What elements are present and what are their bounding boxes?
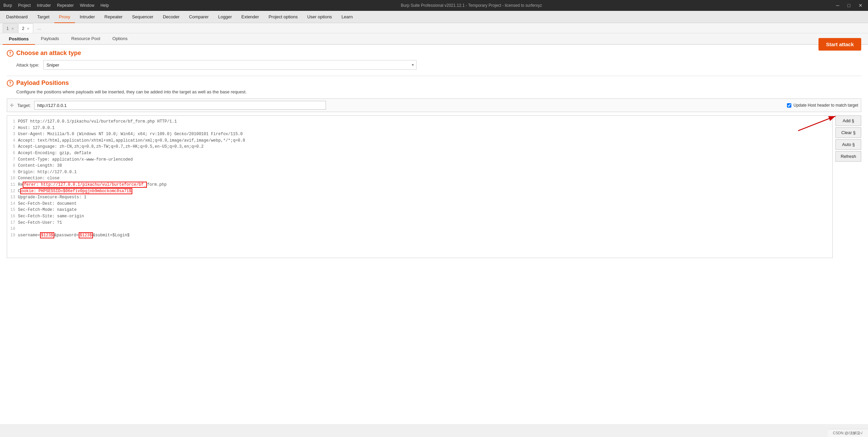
refresh-button[interactable]: Refresh [835, 151, 861, 162]
request-line-17: 17 Sec-Fetch-User: ?1 [8, 220, 831, 226]
tab-repeater[interactable]: Repeater [100, 11, 127, 23]
subtab-options[interactable]: Options [106, 33, 134, 44]
tab-2[interactable]: 2 ✕ [18, 23, 33, 33]
payload-positions-desc: Configure the positions where payloads w… [16, 89, 861, 94]
request-line-8: 8 Content-Length: 38 [8, 163, 831, 169]
side-panel: Add § Clear § Auto § Refresh [835, 115, 861, 258]
request-line-13: 13 Upgrade-Insecure-Requests: 1 [8, 194, 831, 201]
request-line-6: 6 Accept-Encoding: gzip, deflate [8, 150, 831, 157]
window-controls: ─ □ ✕ [834, 3, 865, 8]
menu-window[interactable]: Window [80, 3, 94, 8]
request-line-14: 14 Sec-Fetch-Dest: document [8, 201, 831, 207]
title-bar-menus: Burp Project Intruder Repeater Window He… [3, 3, 109, 8]
start-attack-button[interactable]: Start attack [818, 38, 861, 51]
subtab-positions[interactable]: Positions [3, 33, 35, 45]
subtab-payloads[interactable]: Payloads [35, 33, 65, 44]
auto-section-button[interactable]: Auto § [835, 139, 861, 150]
attack-type-header: ? Choose an attack type [7, 50, 818, 57]
request-line-15: 15 Sec-Fetch-Mode: navigate [8, 207, 831, 213]
target-label: Target: [17, 103, 31, 108]
request-editor[interactable]: 1 POST http://127.0.0.1/pikachu/vul/burt… [7, 115, 833, 258]
menu-project[interactable]: Project [18, 3, 31, 8]
target-input[interactable] [34, 101, 326, 110]
request-line-11: 11 Referer: http://127.0.0.1/pikachu/vul… [8, 182, 831, 188]
attack-type-label: Attack type: [16, 62, 39, 68]
attack-type-select[interactable]: Sniper Battering ram Pitchfork Cluster b… [43, 60, 417, 70]
sub-tab-bar: Positions Payloads Resource Pool Options [0, 33, 868, 45]
request-line-4: 4 Accept: text/html,application/xhtml+xm… [8, 138, 831, 144]
menu-burp[interactable]: Burp [3, 3, 12, 8]
request-line-9: 9 Origin: http://127.0.0.1 [8, 169, 831, 176]
update-host-label: Update Host header to match target [793, 103, 858, 108]
menu-repeater[interactable]: Repeater [57, 3, 74, 8]
tab-user-options[interactable]: User options [303, 11, 337, 23]
menu-intruder[interactable]: Intruder [37, 3, 51, 8]
minimize-button[interactable]: ─ [834, 3, 842, 8]
tab-dashboard[interactable]: Dashboard [1, 11, 33, 23]
tab-decoder[interactable]: Decoder [158, 11, 184, 23]
tab-sequencer[interactable]: Sequencer [127, 11, 158, 23]
request-line-19: 19 username=$123$&password=$123$&submit=… [8, 232, 831, 239]
payload-positions-help-icon[interactable]: ? [7, 80, 14, 87]
request-line-12: 12 Cookie: PHPSESSID=$06efiv0pgjnb9mbock… [8, 188, 831, 195]
attack-type-title: Choose an attack type [16, 50, 81, 57]
highlight-referer: ferer: http://127.0.0.1/pikachu/vul/burt… [23, 182, 147, 188]
main-content: Start attack ? Choose an attack type Att… [0, 45, 868, 424]
tab-1[interactable]: 1 ✕ [3, 23, 18, 33]
subtab-resource-pool[interactable]: Resource Pool [65, 33, 106, 44]
target-row: ✛ Target: Update Host header to match ta… [7, 98, 861, 112]
request-line-10: 10 Connection: close [8, 175, 831, 182]
request-line-18: 18 [8, 226, 831, 232]
request-line-16: 16 Sec-Fetch-Site: same-origin [8, 213, 831, 220]
bottom-bar-text: CSDN @/淡解染√ [833, 431, 863, 436]
menu-bar: Dashboard Target Proxy Intruder Repeater… [0, 11, 868, 23]
request-line-1: 1 POST http://127.0.0.1/pikachu/vul/burt… [8, 119, 831, 125]
close-button[interactable]: ✕ [856, 3, 865, 8]
request-line-7: 7 Content-Type: application/x-www-form-u… [8, 157, 831, 163]
payload-positions-title: Payload Positions [16, 79, 69, 87]
tab-extender[interactable]: Extender [237, 11, 264, 23]
tab-intruder[interactable]: Intruder [75, 11, 100, 23]
tab-target[interactable]: Target [33, 11, 54, 23]
request-area-container: 1 POST http://127.0.0.1/pikachu/vul/burt… [7, 115, 861, 258]
clear-section-button[interactable]: Clear § [835, 127, 861, 138]
tab-learn[interactable]: Learn [337, 11, 358, 23]
attack-type-row: Attack type: Sniper Battering ram Pitchf… [16, 60, 861, 70]
update-host-row: Update Host header to match target [787, 103, 858, 108]
tab-1-close[interactable]: ✕ [11, 27, 14, 31]
request-line-2: 2 Host: 127.0.0.1 [8, 125, 831, 131]
payload-positions-header: ? Payload Positions [7, 79, 861, 87]
tab-project-options[interactable]: Project options [264, 11, 303, 23]
menu-help[interactable]: Help [100, 3, 109, 8]
attack-type-help-icon[interactable]: ? [7, 50, 14, 57]
request-line-3: 3 User-Agent: Mozilla/5.0 (Windows NT 10… [8, 131, 831, 138]
tab-numbers-bar: 1 ✕ 2 ✕ ... [0, 23, 868, 33]
tab-more[interactable]: ... [34, 23, 44, 33]
update-host-checkbox[interactable] [787, 103, 791, 108]
highlight-password: $123$ [79, 232, 93, 238]
target-icon: ✛ [10, 103, 14, 108]
highlight-cookie: ookie: PHPSESSID=$06efiv0pgjnb9mbockomc8… [20, 188, 132, 194]
maximize-button[interactable]: □ [846, 3, 852, 8]
tab-2-close[interactable]: ✕ [27, 27, 30, 31]
app-title: Burp Suite Professional v2021.12.1 - Tem… [401, 3, 542, 8]
tab-logger[interactable]: Logger [213, 11, 236, 23]
add-section-button[interactable]: Add § [835, 115, 861, 126]
tab-comparer[interactable]: Comparer [184, 11, 213, 23]
request-line-5: 5 Accept-Language: zh-CN,zh;q=0.8,zh-TW;… [8, 144, 831, 150]
tab-proxy[interactable]: Proxy [54, 11, 75, 23]
divider [7, 76, 861, 76]
attack-type-select-wrapper[interactable]: Sniper Battering ram Pitchfork Cluster b… [43, 60, 417, 70]
highlight-username: $123$ [40, 232, 54, 238]
bottom-bar: CSDN @/淡解染√ [828, 429, 868, 437]
title-bar: Burp Project Intruder Repeater Window He… [0, 0, 868, 11]
